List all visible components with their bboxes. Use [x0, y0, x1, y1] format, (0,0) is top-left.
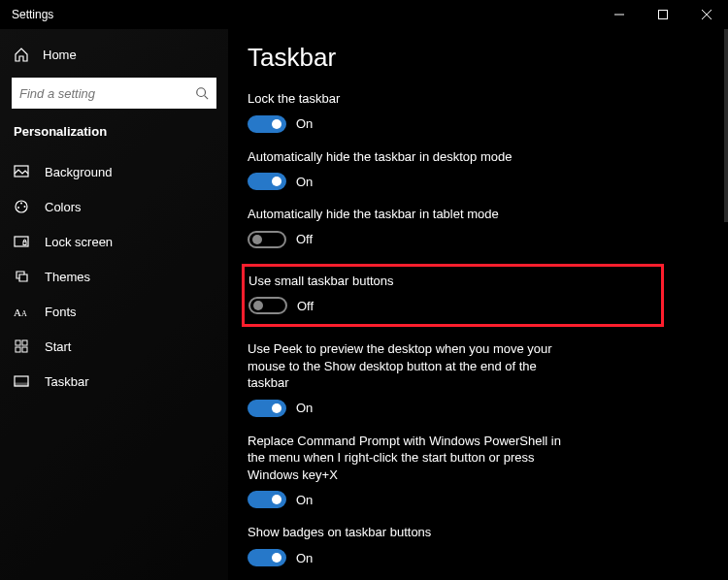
- svg-rect-20: [15, 383, 28, 386]
- sidebar-item-lockscreen[interactable]: Lock screen: [0, 224, 228, 259]
- minimize-button[interactable]: [597, 0, 641, 29]
- toggle-peek[interactable]: [248, 400, 286, 417]
- svg-rect-12: [23, 242, 26, 245]
- svg-rect-15: [16, 340, 20, 345]
- toggle-state: On: [296, 175, 313, 189]
- sidebar-item-colors[interactable]: Colors: [0, 189, 228, 224]
- sidebar-item-label: Colors: [45, 200, 82, 214]
- toggle-autohide-desktop[interactable]: [248, 173, 286, 190]
- home-icon: [14, 47, 29, 62]
- toggle-state: On: [296, 551, 313, 565]
- sidebar-item-themes[interactable]: Themes: [0, 259, 228, 294]
- sidebar-item-fonts[interactable]: AA Fonts: [0, 294, 228, 329]
- toggle-state: Off: [296, 232, 313, 246]
- search-input[interactable]: [19, 86, 195, 101]
- sidebar: Home Personalization Background: [0, 29, 228, 580]
- sidebar-item-label: Lock screen: [45, 235, 113, 249]
- setting-peek: Use Peek to preview the desktop when you…: [248, 340, 709, 417]
- setting-badges: Show badges on taskbar buttons On: [248, 524, 709, 566]
- toggle-autohide-tablet[interactable]: [248, 231, 286, 248]
- scrollbar[interactable]: [724, 29, 728, 580]
- svg-point-4: [197, 88, 206, 97]
- setting-autohide-desktop: Automatically hide the taskbar in deskto…: [248, 148, 709, 191]
- background-icon: [14, 164, 29, 179]
- sidebar-item-taskbar[interactable]: Taskbar: [0, 364, 228, 399]
- svg-text:A: A: [21, 309, 27, 318]
- setting-label: Replace Command Prompt with Windows Powe…: [248, 433, 568, 484]
- toggle-lock-taskbar[interactable]: [248, 115, 286, 133]
- sidebar-item-label: Background: [45, 165, 112, 179]
- taskbar-icon: [14, 373, 29, 389]
- sidebar-item-label: Start: [45, 339, 71, 354]
- themes-icon: [14, 269, 29, 284]
- titlebar: Settings: [0, 0, 728, 29]
- close-button[interactable]: [684, 0, 728, 29]
- svg-point-8: [20, 203, 22, 205]
- window-controls: [597, 0, 728, 29]
- svg-line-5: [205, 96, 209, 100]
- setting-label: Use Peek to preview the desktop when you…: [248, 340, 568, 392]
- toggle-state: On: [296, 401, 313, 415]
- setting-label: Automatically hide the taskbar in tablet…: [248, 206, 568, 223]
- svg-text:A: A: [14, 306, 21, 318]
- svg-point-9: [24, 206, 26, 208]
- setting-small-buttons: Use small taskbar buttons Off: [248, 273, 651, 315]
- page-title: Taskbar: [248, 43, 709, 73]
- colors-icon: [14, 199, 29, 214]
- toggle-small-buttons[interactable]: [248, 297, 287, 314]
- toggle-state: On: [296, 493, 313, 507]
- setting-lock-taskbar: Lock the taskbar On: [248, 90, 709, 133]
- fonts-icon: AA: [14, 304, 29, 319]
- home-label: Home: [43, 48, 77, 62]
- lockscreen-icon: [14, 234, 29, 249]
- sidebar-item-background[interactable]: Background: [0, 154, 228, 189]
- setting-label: Lock the taskbar: [248, 90, 568, 108]
- main-content: Taskbar Lock the taskbar On Automaticall…: [228, 29, 728, 580]
- setting-label: Show badges on taskbar buttons: [248, 524, 568, 541]
- setting-label: Automatically hide the taskbar in deskto…: [248, 148, 568, 166]
- svg-rect-16: [22, 340, 27, 345]
- toggle-state: Off: [297, 299, 314, 313]
- setting-powershell: Replace Command Prompt with Windows Powe…: [248, 433, 709, 509]
- home-button[interactable]: Home: [0, 35, 228, 74]
- svg-rect-1: [658, 11, 667, 19]
- sidebar-item-label: Themes: [45, 270, 90, 284]
- maximize-button[interactable]: [641, 0, 684, 29]
- toggle-badges[interactable]: [248, 549, 286, 566]
- toggle-state: On: [296, 116, 313, 131]
- setting-label: Use small taskbar buttons: [248, 273, 569, 290]
- sidebar-item-start[interactable]: Start: [0, 329, 228, 364]
- category-heading: Personalization: [0, 118, 228, 148]
- setting-autohide-tablet: Automatically hide the taskbar in tablet…: [248, 206, 709, 248]
- svg-point-10: [17, 207, 19, 209]
- svg-rect-18: [22, 347, 27, 352]
- window-title: Settings: [12, 8, 53, 21]
- search-icon: [195, 86, 209, 100]
- sidebar-item-label: Fonts: [45, 305, 77, 319]
- highlight-annotation: Use small taskbar buttons Off: [242, 264, 664, 328]
- toggle-powershell[interactable]: [248, 491, 286, 508]
- search-box[interactable]: [12, 78, 216, 109]
- svg-rect-17: [16, 347, 20, 352]
- start-icon: [14, 338, 29, 354]
- sidebar-item-label: Taskbar: [45, 374, 89, 389]
